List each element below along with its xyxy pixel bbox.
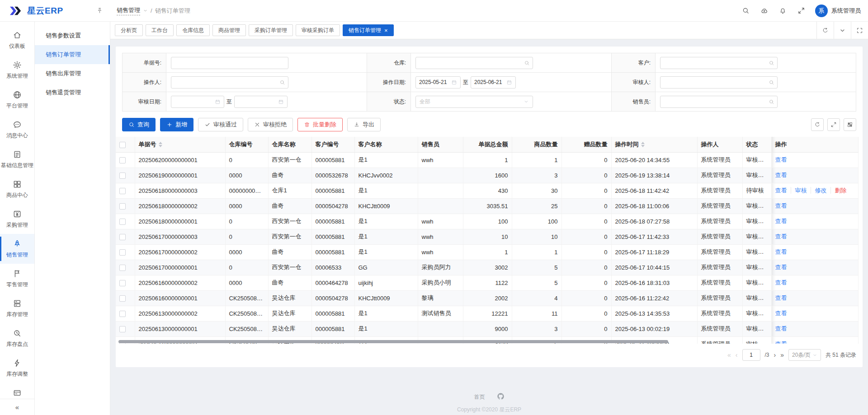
sidebar-collapse-button[interactable]: « — [0, 399, 34, 415]
row-checkbox[interactable] — [119, 311, 126, 317]
sidebar-item-platform[interactable]: 平台管理 — [0, 85, 34, 115]
row-checkbox[interactable] — [119, 157, 126, 163]
tab-product-mgmt[interactable]: 商品管理 — [212, 24, 246, 36]
tab-close-icon[interactable]: × — [384, 28, 388, 33]
audit-date-end-input[interactable] — [234, 96, 288, 108]
pagination-prev[interactable]: ‹ — [736, 351, 738, 359]
submenu-item-sales-order[interactable]: 销售订单管理 — [35, 45, 110, 64]
row-checkbox[interactable] — [119, 326, 126, 332]
bill-no-input[interactable] — [171, 57, 288, 69]
column-header-label: 客户编号 — [316, 141, 339, 148]
pagination-jump-next[interactable]: » — [780, 351, 784, 359]
global-search-button[interactable] — [742, 7, 750, 14]
fullscreen-button[interactable] — [797, 7, 805, 14]
row-checkbox[interactable] — [119, 173, 126, 179]
sidebar-item-retail[interactable]: 零售管理 — [0, 264, 34, 294]
app-logo-icon[interactable] — [9, 5, 23, 17]
batch-delete-button[interactable]: 批量删除 — [297, 118, 343, 131]
row-checkbox[interactable] — [119, 265, 126, 271]
row-action-view[interactable]: 查看 — [775, 202, 787, 209]
sidebar-item-dashboard[interactable]: 仪表板 — [0, 25, 34, 55]
pagination-jump-prev[interactable]: « — [727, 351, 731, 359]
row-action-view[interactable]: 查看 — [775, 156, 787, 163]
row-action-view[interactable]: 查看 — [775, 294, 787, 301]
row-action-view[interactable]: 查看 — [775, 218, 787, 224]
sidebar-item-system[interactable]: 系统管理 — [0, 55, 34, 85]
sidebar-item-base-info[interactable]: 基础信息管理 — [0, 145, 34, 174]
submenu-item-sales-params[interactable]: 销售参数设置 — [35, 26, 110, 45]
row-checkbox[interactable] — [119, 188, 126, 194]
tab-sales-order[interactable]: 销售订单管理× — [343, 24, 394, 36]
salesman-input[interactable] — [660, 96, 778, 108]
pin-icon[interactable] — [96, 7, 103, 14]
tab-fullscreen-button[interactable] — [851, 22, 868, 39]
status-select[interactable]: 全部 — [415, 96, 533, 108]
tab-analysis[interactable]: 分析页 — [115, 24, 143, 36]
audit-date-label: 审核日期: — [123, 92, 166, 111]
audit-date-start-input[interactable] — [171, 96, 224, 108]
row-action-view[interactable]: 查看 — [775, 264, 787, 270]
notification-button[interactable] — [779, 7, 787, 14]
reject-button[interactable]: 审核拒绝 — [248, 118, 293, 131]
refresh-button[interactable] — [811, 118, 824, 131]
row-checkbox[interactable] — [119, 280, 126, 286]
tab-list-button[interactable] — [834, 22, 851, 39]
row-action-delete[interactable]: 删除 — [830, 187, 847, 194]
scrollbar-thumb[interactable] — [118, 340, 668, 343]
columns-button[interactable] — [844, 118, 856, 131]
github-icon[interactable] — [497, 392, 505, 401]
footer-home-link[interactable]: 首页 — [474, 393, 485, 401]
sort-icon[interactable] — [159, 142, 162, 147]
row-checkbox[interactable] — [119, 295, 126, 302]
warehouse-input[interactable] — [415, 57, 533, 69]
sidebar-item-message-center[interactable]: 消息中心 — [0, 115, 34, 145]
breadcrumb-root[interactable]: 销售管理 — [117, 6, 140, 15]
row-action-view[interactable]: 查看 — [775, 279, 787, 286]
horizontal-scrollbar[interactable] — [116, 340, 863, 344]
cell-op_time: 2025-06-19 13:38:14 — [611, 168, 697, 183]
tab-refresh-button[interactable] — [816, 22, 834, 39]
auditor-input[interactable] — [660, 76, 778, 89]
row-action-view[interactable]: 查看 — [775, 233, 787, 240]
row-checkbox[interactable] — [119, 203, 126, 210]
export-button[interactable]: 导出 — [347, 118, 381, 131]
user-menu[interactable]: 系 系统管理员 — [805, 5, 868, 17]
operator-input[interactable] — [171, 76, 288, 89]
operate-date-start-input[interactable]: 2025-05-21 — [415, 76, 461, 89]
row-action-view[interactable]: 查看 — [775, 248, 787, 255]
row-checkbox[interactable] — [119, 234, 126, 240]
row-action-audit[interactable]: 审核 — [791, 187, 807, 194]
sidebar-item-settlement[interactable]: 结算管理 — [0, 383, 34, 399]
select-all-checkbox[interactable] — [119, 142, 126, 148]
row-action-edit[interactable]: 修改 — [811, 187, 827, 194]
row-action-view[interactable]: 查看 — [775, 172, 787, 178]
sidebar-item-purchase[interactable]: 采购管理 — [0, 204, 34, 234]
page-size-select[interactable]: 20条/页 — [788, 349, 821, 361]
row-checkbox[interactable] — [119, 219, 126, 225]
tab-warehouse-info[interactable]: 仓库信息 — [176, 24, 210, 36]
submenu-item-sales-return[interactable]: 销售退货管理 — [35, 83, 110, 102]
pagination-next[interactable]: › — [774, 351, 776, 359]
sidebar-item-stock-check[interactable]: 库存盘点 — [0, 323, 34, 353]
pagination-page-input[interactable]: 1 — [742, 349, 760, 361]
sidebar-item-sales[interactable]: 销售管理 — [0, 234, 34, 264]
expand-button[interactable] — [827, 118, 840, 131]
sidebar-item-stock-adjust[interactable]: 库存调整 — [0, 353, 34, 383]
approve-button[interactable]: 审核通过 — [198, 118, 243, 131]
row-checkbox[interactable] — [119, 249, 126, 256]
sort-icon[interactable] — [641, 142, 645, 147]
operate-date-end-input[interactable]: 2025-06-21 — [471, 76, 516, 89]
tab-audit-purchase-order[interactable]: 审核采购订单 — [296, 24, 340, 36]
upload-button[interactable] — [760, 7, 768, 14]
row-action-view[interactable]: 查看 — [775, 187, 787, 194]
row-action-view[interactable]: 查看 — [775, 310, 787, 317]
tab-purchase-order[interactable]: 采购订单管理 — [249, 24, 293, 36]
query-button[interactable]: 查询 — [122, 118, 156, 131]
sidebar-item-product-center[interactable]: 商品中心 — [0, 174, 34, 204]
submenu-item-sales-outbound[interactable]: 销售出库管理 — [35, 64, 110, 83]
row-action-view[interactable]: 查看 — [775, 325, 787, 332]
add-button[interactable]: 新增 — [160, 118, 193, 131]
tab-workbench[interactable]: 工作台 — [146, 24, 174, 36]
sidebar-item-inventory[interactable]: 库存管理 — [0, 294, 34, 323]
customer-input[interactable] — [660, 57, 778, 69]
